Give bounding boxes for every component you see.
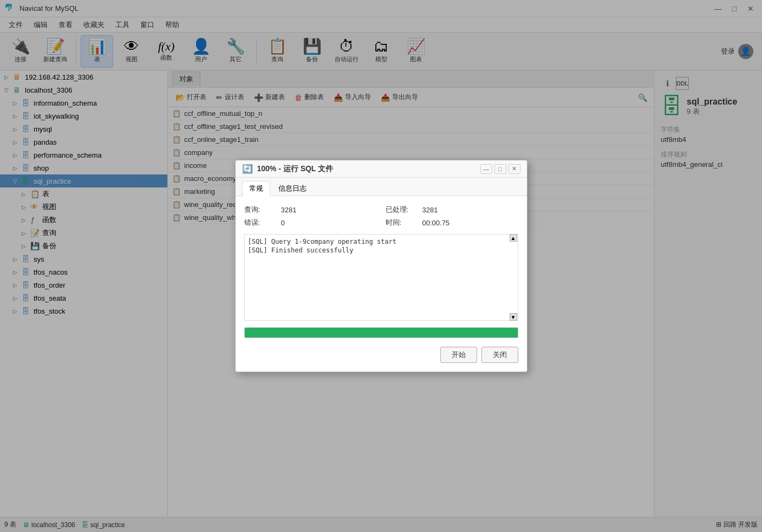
modal-minimize-button[interactable]: — bbox=[480, 164, 492, 174]
modal-title-text: 100% - 运行 SQL 文件 bbox=[257, 164, 334, 174]
modal-log-wrap: [SQL] Query 1-9company operating start [… bbox=[244, 234, 518, 321]
scroll-down-button[interactable]: ▼ bbox=[510, 313, 517, 321]
modal-footer: 开始 关闭 bbox=[244, 347, 518, 363]
modal-title-bar: 🔄 100% - 运行 SQL 文件 — □ ✕ bbox=[236, 160, 527, 178]
modal-stats: 查询: 3281 已处理: 3281 错误: 0 时间: 00:00.75 bbox=[244, 205, 518, 228]
modal-tab-general[interactable]: 常规 bbox=[242, 181, 270, 196]
stat-time-value: 00:00.75 bbox=[422, 219, 450, 227]
start-button[interactable]: 开始 bbox=[440, 347, 477, 363]
stat-processed-value: 3281 bbox=[422, 206, 438, 214]
modal-close-button[interactable]: ✕ bbox=[509, 164, 520, 174]
modal-body: 查询: 3281 已处理: 3281 错误: 0 时间: 00:00.75 bbox=[236, 196, 527, 372]
stat-query-row: 查询: 3281 bbox=[244, 205, 377, 215]
modal-tab-general-label: 常规 bbox=[249, 184, 263, 192]
modal-dialog: 🔄 100% - 运行 SQL 文件 — □ ✕ 常规 信息日志 查询: bbox=[235, 160, 527, 372]
modal-tabs: 常规 信息日志 bbox=[236, 178, 527, 196]
stat-processed-label: 已处理: bbox=[386, 205, 418, 215]
modal-tab-info-log[interactable]: 信息日志 bbox=[271, 181, 314, 196]
stat-query-label: 查询: bbox=[244, 205, 277, 215]
modal-tab-info-log-label: 信息日志 bbox=[278, 184, 307, 192]
stat-time-label: 时间: bbox=[386, 218, 418, 228]
stat-error-value: 0 bbox=[281, 219, 285, 227]
modal-progress bbox=[244, 327, 518, 338]
progress-bar-bg bbox=[244, 327, 518, 338]
modal-overlay: 🔄 100% - 运行 SQL 文件 — □ ✕ 常规 信息日志 查询: bbox=[0, 0, 762, 532]
modal-title-left: 🔄 100% - 运行 SQL 文件 bbox=[242, 164, 334, 174]
log-line-2: [SQL] Finished successfully bbox=[248, 246, 514, 254]
modal-progress-icon: 🔄 bbox=[242, 164, 253, 174]
stat-error-label: 错误: bbox=[244, 218, 277, 228]
progress-bar-fill bbox=[245, 328, 518, 338]
modal-controls: — □ ✕ bbox=[480, 164, 520, 174]
stat-time-row: 时间: 00:00.75 bbox=[386, 218, 518, 228]
modal-maximize-button[interactable]: □ bbox=[494, 164, 506, 174]
modal-log: [SQL] Query 1-9company operating start [… bbox=[244, 234, 518, 321]
log-line-1: [SQL] Query 1-9company operating start bbox=[248, 238, 514, 245]
stat-processed-row: 已处理: 3281 bbox=[386, 205, 518, 215]
stat-query-value: 3281 bbox=[281, 206, 297, 214]
stat-error-row: 错误: 0 bbox=[244, 218, 377, 228]
scroll-up-button[interactable]: ▲ bbox=[510, 234, 517, 242]
modal-close-footer-button[interactable]: 关闭 bbox=[481, 347, 518, 363]
